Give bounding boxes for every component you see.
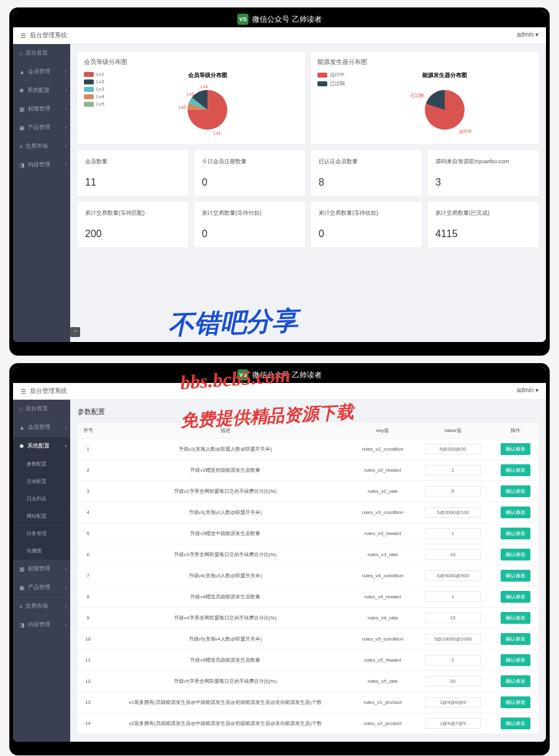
sidebar-item[interactable]: ▣产品管理› (13, 578, 70, 597)
pie-chart-energy: 已过期 运行中 (411, 82, 479, 138)
value-input[interactable] (425, 697, 481, 708)
value-input[interactable] (425, 486, 481, 497)
confirm-button[interactable]: 确认修改 (501, 528, 530, 539)
legend-item[interactable]: Lv1 (84, 71, 104, 77)
menu-icon[interactable]: ☰ (20, 388, 26, 395)
value-input[interactable] (425, 655, 481, 665)
confirm-button[interactable]: 确认修改 (501, 612, 530, 624)
value-input[interactable] (425, 549, 481, 560)
confirm-button[interactable]: 确认修改 (501, 485, 530, 497)
table-header: value值 (413, 423, 493, 439)
legend-item[interactable]: 运行中 (317, 71, 345, 78)
stat-card: 源码来自资源部ziyuanbu.com3 (428, 150, 539, 196)
card-title: 能源发生器分布图 (317, 58, 532, 66)
value-input[interactable] (425, 634, 481, 644)
sidebar-sub-item[interactable]: 网站配置 (13, 508, 70, 525)
confirm-button[interactable]: 确认修改 (501, 654, 530, 666)
confirm-button[interactable]: 确认修改 (501, 633, 530, 645)
pie-chart-member: Lv2 Lv3 Lv4 Lv1 (173, 82, 242, 138)
cell-key: rules_v4_condition (352, 565, 413, 587)
cell-desc: 升级v2(直推人数@联盟人数@联盟开关串) (98, 439, 352, 460)
value-input[interactable] (425, 570, 481, 581)
value-input[interactable] (425, 507, 481, 518)
sidebar-item[interactable]: ▲会员管理› (13, 418, 70, 437)
legend-item[interactable]: Lv4 (84, 94, 104, 99)
legend-label: 运行中 (330, 71, 345, 78)
stat-card: 已认证会员数量8 (311, 150, 422, 196)
cell-no: 3 (78, 481, 98, 502)
confirm-button[interactable]: 确认修改 (501, 464, 530, 476)
confirm-button[interactable]: 确认修改 (501, 549, 530, 560)
cell-no: 12 (78, 671, 98, 692)
sidebar-sub-item[interactable]: 轮播图 (13, 542, 70, 560)
nav-label: 会员管理 (28, 68, 50, 76)
sidebar-item[interactable]: ⌂后台首页 (13, 400, 70, 418)
chevron-right-icon: › (65, 585, 66, 590)
table-row: 6 升级v3享受全网联盟每日交易手续费百分比(%) rules_v3_rate … (78, 544, 539, 565)
scroll-top-icon[interactable]: ⌃ (70, 327, 80, 337)
card-title: 会员等级分布图 (84, 58, 299, 66)
value-input[interactable] (425, 613, 481, 623)
sidebar-item[interactable]: ✱系统配置‹ (13, 437, 70, 456)
sidebar-sub-item[interactable]: 参数配置 (13, 456, 70, 473)
confirm-button[interactable]: 确认修改 (501, 718, 530, 729)
confirm-button[interactable]: 确认修改 (501, 696, 530, 708)
confirm-button[interactable]: 确认修改 (501, 443, 530, 455)
sidebar-item[interactable]: ▦权限管理› (13, 560, 70, 578)
value-input[interactable] (425, 592, 481, 602)
value-input[interactable] (425, 528, 481, 539)
confirm-button[interactable]: 确认修改 (501, 675, 530, 687)
svg-text:运行中: 运行中 (459, 129, 472, 133)
legend-swatch (84, 87, 94, 92)
table-row: 1 升级v2(直推人数@联盟人数@联盟开关串) rules_v2_conditi… (78, 439, 539, 460)
legend-item[interactable]: Lv2 (84, 79, 104, 84)
nav-icon: ▦ (19, 106, 25, 112)
chevron-icon: ‹ (65, 444, 66, 448)
legend: 运行中已过期 (317, 71, 345, 138)
chevron-right-icon: › (65, 604, 66, 608)
confirm-button[interactable]: 确认修改 (501, 570, 530, 582)
user-menu[interactable]: admin ▾ (517, 387, 539, 395)
svg-text:Lv3: Lv3 (187, 92, 194, 96)
cell-no: 13 (78, 692, 98, 713)
topbar-title: 微信公众号 乙帅读者 (252, 370, 321, 380)
value-input[interactable] (425, 676, 481, 686)
value-input[interactable] (425, 465, 481, 475)
sidebar-item[interactable]: ◨内容管理› (13, 616, 70, 634)
stat-value: 200 (85, 228, 181, 240)
sidebar-sub-item[interactable]: 交易配置 (13, 473, 70, 490)
confirm-button[interactable]: 确认修改 (501, 591, 530, 603)
value-input[interactable] (425, 444, 481, 454)
sidebar-item[interactable]: ⌂后台首页 (13, 44, 70, 63)
svg-text:Lv1: Lv1 (214, 131, 220, 135)
stat-label: 累计交易数量(已完成) (435, 209, 531, 217)
params-table: 序号描述key值value值操作 1 升级v2(直推人数@联盟人数@联盟开关串)… (78, 423, 539, 734)
legend-item[interactable]: 已过期 (317, 80, 345, 87)
sidebar-item[interactable]: ≡交易市场› (13, 597, 70, 616)
legend-label: Lv3 (96, 86, 104, 92)
nav-icon: ✱ (19, 88, 24, 94)
cell-key: rules_v3_condition (352, 502, 413, 523)
legend-item[interactable]: Lv3 (84, 86, 104, 92)
confirm-button[interactable]: 确认修改 (501, 506, 530, 518)
menu-icon[interactable]: ☰ (20, 32, 26, 39)
table-row: 4 升级v3(直推v2人数@联盟开关串) rules_v3_condition … (78, 502, 539, 523)
nav-icon: ⌂ (19, 50, 22, 56)
sidebar-item[interactable]: ≡交易市场› (13, 137, 70, 156)
sidebar-item[interactable]: ◨内容管理› (13, 156, 70, 174)
nav-label: 系统配置 (27, 86, 50, 94)
legend: Lv1Lv2Lv3Lv4Lv5 (84, 71, 104, 138)
cell-key: rules_v2_rate (352, 481, 413, 502)
sidebar-sub-item[interactable]: 任务管理 (13, 525, 70, 542)
sidebar-item[interactable]: ▦权限管理› (13, 100, 70, 119)
cell-key: rules_v1_product (352, 692, 413, 713)
sidebar-item[interactable]: ✱系统配置› (13, 81, 70, 100)
stat-value: 0 (202, 177, 298, 188)
value-input[interactable] (425, 718, 481, 729)
user-menu[interactable]: admin ▾ (517, 31, 539, 40)
sidebar-item[interactable]: ▣产品管理› (13, 119, 70, 137)
legend-item[interactable]: Lv5 (84, 101, 104, 107)
sidebar-item[interactable]: ▲会员管理› (13, 63, 70, 81)
sidebar-sub-item[interactable]: 日志列表 (13, 490, 70, 508)
nav-label: 后台首页 (25, 405, 48, 413)
